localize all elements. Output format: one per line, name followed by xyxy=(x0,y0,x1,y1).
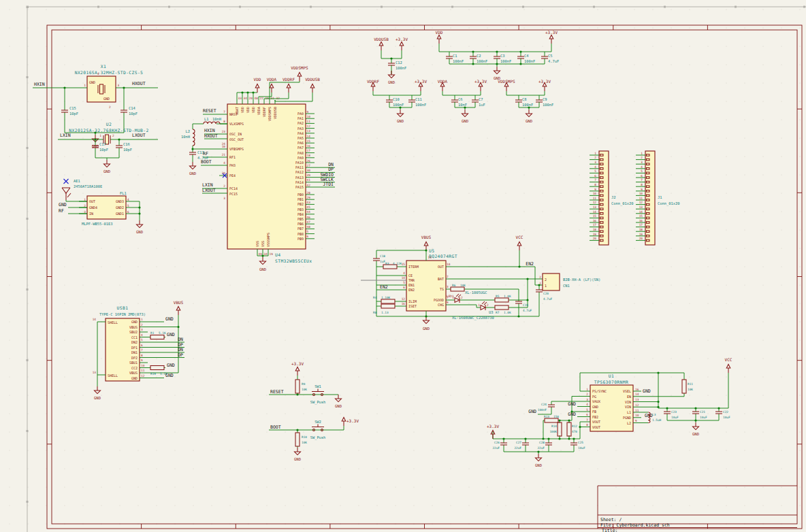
power-label[interactable]: VBUS xyxy=(174,300,184,305)
svg-text:PH3: PH3 xyxy=(229,163,236,167)
cap-ref[interactable]: C12 xyxy=(396,61,402,65)
ref-label[interactable]: USB1 xyxy=(117,305,129,310)
power-label[interactable]: +3.3V xyxy=(538,79,551,84)
ref-label[interactable]: J1 xyxy=(658,195,662,199)
net-label-jtdi[interactable]: JTDI xyxy=(323,182,334,187)
cap-value[interactable]: 100nF xyxy=(396,66,406,70)
pin-name: PA15 xyxy=(295,185,304,189)
power-label[interactable]: VCC xyxy=(516,235,523,239)
switch-ref[interactable]: SW2 xyxy=(315,420,321,424)
net-label-gnd[interactable]: GND xyxy=(165,316,174,322)
ref-label[interactable]: AE1 xyxy=(74,179,80,183)
schematic-canvas[interactable]: Sheet: / File: Cyberboard.kicad_sch Titl… xyxy=(0,0,806,532)
net-label-en2[interactable]: EN2 xyxy=(526,261,534,267)
led-value[interactable]: XL-1608UWC_C2288730 xyxy=(452,316,494,320)
value-label[interactable]: 2450AT18A100E xyxy=(74,184,102,188)
switch-value[interactable]: SW_Push xyxy=(310,435,326,440)
power-label[interactable]: VDDUSB xyxy=(374,37,389,41)
value-label[interactable]: Conn_01x20 xyxy=(611,201,633,206)
value-label[interactable]: STM32WB55CEUx xyxy=(275,259,312,263)
net-label-lxout[interactable]: LXOUT xyxy=(202,188,216,193)
power-label[interactable]: +3.3V xyxy=(545,30,558,35)
gnd-label: GND xyxy=(259,267,267,271)
net-label-en2[interactable]: EN2 xyxy=(380,284,388,290)
cap-ref[interactable]: C16 xyxy=(123,142,130,146)
svg-text:C20: C20 xyxy=(543,292,549,295)
power-label[interactable]: VDDA xyxy=(438,79,448,84)
switch-ref[interactable]: SW1 xyxy=(315,384,321,388)
power-label[interactable]: VDDUSB xyxy=(305,77,320,82)
ref-label[interactable]: J2 xyxy=(611,195,616,199)
power-label[interactable]: +3.3V xyxy=(487,424,499,429)
pin-number: 10 xyxy=(593,192,597,195)
net-label-gnd[interactable]: GND xyxy=(528,409,536,414)
net-label-rf[interactable]: RF xyxy=(59,208,64,214)
net-label-reset[interactable]: RESET xyxy=(203,108,216,114)
power-label[interactable]: VCC xyxy=(725,357,732,362)
pin-number: 1 xyxy=(99,134,101,137)
power-label[interactable]: +3.3V xyxy=(474,79,487,84)
net-label-hxin[interactable]: HXIN xyxy=(34,82,45,87)
power-label[interactable]: VDDRF xyxy=(367,79,379,84)
value-label[interactable]: NX2016SA-32MHZ-STD-CZS-5 xyxy=(75,70,144,75)
net-label-reset[interactable]: RESET xyxy=(270,389,284,395)
net-label-hxout[interactable]: HXOUT xyxy=(132,81,146,86)
value-label[interactable]: NX2012SA-32.768KHZ-STD-MUB-2 xyxy=(69,128,148,133)
value-label[interactable]: TPS63070RNMR xyxy=(594,380,628,384)
net-label-lxin[interactable]: LXIN xyxy=(60,133,71,138)
cap-ref[interactable]: C14 xyxy=(129,106,135,110)
net-label-hxout[interactable]: HXOUT xyxy=(204,133,218,139)
net-label-dp[interactable]: DP xyxy=(178,352,183,358)
net-label-lxout[interactable]: LXOUT xyxy=(132,133,146,138)
power-label[interactable]: VDD xyxy=(254,77,261,82)
power-label[interactable]: VDDSMPS xyxy=(498,79,515,84)
cap-value[interactable]: 10pF xyxy=(123,148,132,152)
net-label-gnd[interactable]: GND xyxy=(59,202,67,207)
power-label[interactable]: +3.3V xyxy=(291,361,304,366)
title-block-sheet[interactable]: Sheet: / xyxy=(600,517,622,522)
cap-value[interactable]: 10pF xyxy=(129,112,138,116)
power-label[interactable]: VDDA xyxy=(267,77,277,82)
cap-ref[interactable]: C17 xyxy=(99,142,106,146)
power-label[interactable]: VDDSMPS xyxy=(291,65,308,70)
net-label-boot[interactable]: BOOT xyxy=(201,159,212,165)
ref-label[interactable]: U1 xyxy=(609,373,614,378)
cap-ref[interactable]: C15 xyxy=(69,106,76,110)
value-label[interactable]: TYPE-C 16PIN 2MD(073) xyxy=(99,312,146,316)
net-label-gnd[interactable]: GND xyxy=(167,363,175,368)
pin-number: 18 xyxy=(593,228,597,231)
cap-value[interactable]: 10pF xyxy=(69,112,78,116)
ref-label[interactable]: U5 xyxy=(429,248,434,253)
net-label-gnd[interactable]: GND xyxy=(167,332,175,337)
pin-number: 10 xyxy=(639,192,643,195)
value-label[interactable]: MLPF-WB55-01E3 xyxy=(82,222,112,226)
switch-value[interactable]: SW_Push xyxy=(310,400,326,405)
net-label-gnd[interactable]: GND xyxy=(643,388,651,394)
net-label-gnd[interactable]: GND xyxy=(165,373,174,378)
ref-label[interactable]: X1 xyxy=(101,64,106,69)
power-label[interactable]: VBUS xyxy=(421,235,432,239)
net-label-boot[interactable]: BOOT xyxy=(270,425,281,430)
ref-label[interactable]: FL1 xyxy=(120,191,127,195)
power-label[interactable]: +3.3V xyxy=(415,79,427,84)
value-label[interactable]: Conn_01x20 xyxy=(658,201,679,206)
ref-label[interactable]: U2 xyxy=(106,122,112,127)
pin-name: PA11 xyxy=(295,165,304,169)
led-ref[interactable]: U3 xyxy=(489,310,494,314)
value-label[interactable]: B2B-XH-A (LF)(SN) xyxy=(563,278,600,282)
power-label[interactable]: +3.3V xyxy=(396,37,408,41)
pin-name: GND1 xyxy=(116,212,124,216)
net-label-gnd[interactable]: GND xyxy=(568,401,576,407)
value-label[interactable]: BQ24074RGT xyxy=(429,254,457,259)
connector-symbol[interactable] xyxy=(543,273,560,290)
led-value[interactable]: XL-1005UGC xyxy=(465,290,487,295)
power-label[interactable]: +3.3V xyxy=(346,418,359,423)
ref-label[interactable]: U4 xyxy=(275,252,280,257)
title-block-title[interactable]: Title: xyxy=(602,528,617,532)
ref-label[interactable]: CN1 xyxy=(563,284,570,288)
pin-number: 48 xyxy=(307,225,311,229)
cap-ref: C2 xyxy=(477,54,481,58)
cap-value[interactable]: 10pF xyxy=(99,148,108,152)
power-label[interactable]: VDD xyxy=(436,30,443,35)
power-label[interactable]: VDDRF xyxy=(283,77,295,82)
